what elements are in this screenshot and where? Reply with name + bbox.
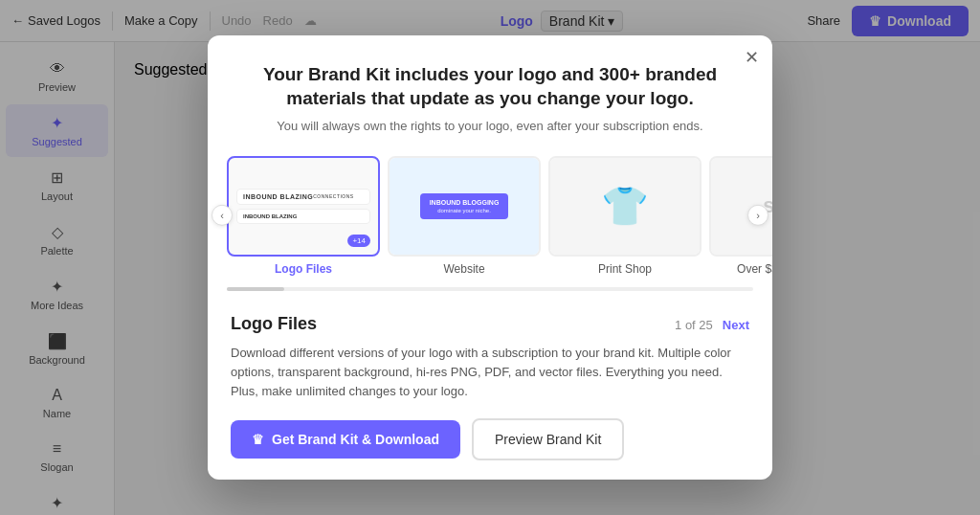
carousel-label-offers: Over $3,000 Offers (709, 262, 772, 276)
tshirt-icon: 👕 (601, 184, 649, 229)
modal-close-button[interactable]: ✕ (745, 49, 759, 66)
brand-kit-modal: ✕ Your Brand Kit includes your logo and … (208, 35, 772, 481)
content-row: Logo Files 1 of 25 Next (231, 314, 749, 334)
carousel-track: INBOUND BLAZINGCONNECTIONS INBOUND BLAZI… (208, 148, 772, 280)
right-arrow-icon: › (756, 210, 760, 221)
carousel-card-print-shop: 👕 (548, 156, 702, 257)
logo-file-preview: INBOUND BLAZINGCONNECTIONS INBOUND BLAZI… (236, 189, 370, 224)
carousel-card-inner: INBOUND BLAZINGCONNECTIONS INBOUND BLAZI… (229, 158, 378, 255)
scroll-indicator (227, 287, 753, 291)
carousel-label-print-shop: Print Shop (548, 262, 702, 276)
content-description: Download different versions of your logo… (231, 344, 749, 401)
modal-title: Your Brand Kit includes your logo and 30… (246, 62, 734, 111)
modal-subtitle: You will always own the rights to your l… (246, 119, 734, 133)
modal-actions: ♛ Get Brand Kit & Download Preview Brand… (231, 418, 749, 460)
modal-header: Your Brand Kit includes your logo and 30… (208, 35, 772, 148)
carousel-item-logo-files[interactable]: INBOUND BLAZINGCONNECTIONS INBOUND BLAZI… (227, 156, 380, 276)
carousel-card-website: INBOUND BLOGGING dominate your niche. (388, 156, 541, 257)
carousel-scroll-left-button[interactable]: ‹ (212, 205, 233, 226)
carousel-item-print-shop[interactable]: 👕 Print Shop (548, 156, 702, 276)
content-page: 1 of 25 (675, 318, 713, 332)
carousel-label-website: Website (388, 262, 541, 276)
crown-icon: ♛ (252, 432, 264, 447)
preview-brand-kit-button[interactable]: Preview Brand Kit (472, 418, 624, 460)
print-preview: 👕 (550, 158, 700, 255)
content-nav: 1 of 25 Next (675, 318, 749, 332)
website-preview-inner: INBOUND BLOGGING dominate your niche. (420, 193, 509, 219)
logo-preview-row-2: INBOUND BLAZING (236, 209, 370, 224)
app-background: ← Saved Logos Make a Copy Undo Redo ☁ Lo… (0, 0, 980, 515)
modal-overlay: ✕ Your Brand Kit includes your logo and … (0, 0, 980, 515)
badge-14: +14 (347, 235, 370, 247)
logo-preview-row-1: INBOUND BLAZINGCONNECTIONS (236, 189, 370, 205)
website-preview: INBOUND BLOGGING dominate your niche. (390, 158, 539, 255)
content-next-button[interactable]: Next (723, 318, 749, 332)
modal-content-section: Logo Files 1 of 25 Next Download differe… (208, 299, 772, 480)
scroll-thumb (227, 287, 284, 291)
get-brand-label: Get Brand Kit & Download (272, 432, 439, 447)
carousel-label-logo-files: Logo Files (227, 262, 380, 276)
carousel-card-logo-files: INBOUND BLAZINGCONNECTIONS INBOUND BLAZI… (227, 156, 380, 257)
get-brand-kit-button[interactable]: ♛ Get Brand Kit & Download (231, 420, 460, 459)
left-arrow-icon: ‹ (220, 210, 224, 221)
carousel-scroll-right-button[interactable]: › (747, 205, 768, 226)
carousel-wrapper: INBOUND BLAZINGCONNECTIONS INBOUND BLAZI… (208, 148, 772, 287)
carousel-item-website[interactable]: INBOUND BLOGGING dominate your niche. We… (388, 156, 541, 276)
content-title: Logo Files (231, 314, 317, 334)
